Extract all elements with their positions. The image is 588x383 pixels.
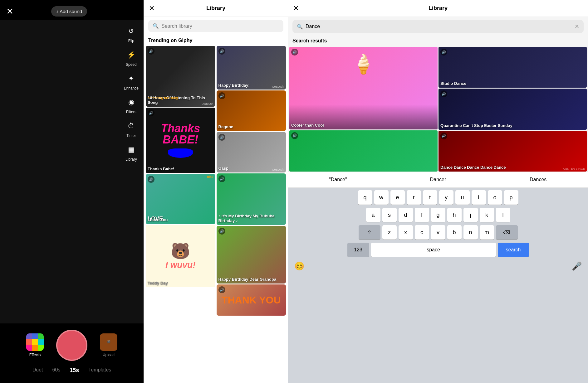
right-search-icon: 🔍 <box>297 24 303 30</box>
sound-icon-kids: 🔊 <box>291 132 298 139</box>
key-u[interactable]: u <box>455 190 470 205</box>
suggestion-dances[interactable]: Dances <box>488 176 588 184</box>
mic-button[interactable]: 🎤 <box>572 261 582 271</box>
right-toolbar: ↺ Flip ⚡ Speed ✦ Enhance ◉ Filters ⏱ Tim… <box>124 25 139 162</box>
key-p[interactable]: p <box>504 190 518 205</box>
key-l[interactable]: l <box>496 208 510 222</box>
right-search-input[interactable] <box>306 24 572 29</box>
toolbar-library[interactable]: ▦ Library <box>125 143 137 162</box>
upload-button[interactable]: 🎬 Upload <box>100 333 117 357</box>
gif-patrick[interactable]: 🔊 nick LOVE I Love You <box>146 174 215 224</box>
result-kids-dance[interactable]: 🔊 <box>289 130 438 172</box>
results-col-1: 🔊 Studio Dance 🔊 Quarantine Can't Stop E… <box>439 47 587 172</box>
suggestion-dancer[interactable]: Dancer <box>388 176 488 184</box>
gif-birthday[interactable]: 🔊 Happy Birthday! peacock <box>217 46 286 90</box>
gif-thankyou[interactable]: 🔊 THANK YOU <box>217 284 286 316</box>
capture-row: Effects 🎬 Upload <box>6 330 137 361</box>
clear-button[interactable]: ✕ <box>575 23 579 30</box>
tab-duet[interactable]: Duet <box>32 367 43 374</box>
key-d[interactable]: d <box>399 208 413 222</box>
toolbar-timer[interactable]: ⏱ Timer <box>125 120 137 138</box>
flip-icon: ↺ <box>125 25 137 37</box>
key-y[interactable]: y <box>439 190 453 205</box>
gif-southpark[interactable]: 🔊 ♪ It's My Birthday My Bububa Birthday … <box>217 173 286 225</box>
key-k[interactable]: k <box>480 208 494 222</box>
filters-icon: ◉ <box>125 96 137 109</box>
effects-button[interactable]: Effects <box>26 333 44 357</box>
toolbar-filters[interactable]: ◉ Filters <box>125 96 137 114</box>
key-s[interactable]: s <box>382 208 397 222</box>
right-search-bar[interactable]: 🔍 ✕ <box>292 20 584 33</box>
gif-begone[interactable]: 🔊 Begone <box>217 90 286 131</box>
sound-icon-studio: 🔊 <box>440 49 447 56</box>
key-f[interactable]: f <box>415 208 429 222</box>
key-g[interactable]: g <box>431 208 445 222</box>
key-123[interactable]: 123 <box>347 243 369 257</box>
result-dance-dance-label: Dance Dance Dance Dance Dance <box>440 165 506 170</box>
tab-60s[interactable]: 60s <box>52 367 61 374</box>
key-n[interactable]: n <box>463 225 478 240</box>
key-r[interactable]: r <box>407 190 421 205</box>
gif-teddy[interactable]: 🔊 🐻 I wuvu! Teddy Day <box>146 225 215 287</box>
key-z[interactable]: z <box>382 225 397 240</box>
search-icon: 🔍 <box>153 23 159 29</box>
gif-patrick-label: I Love You <box>148 217 168 222</box>
key-c[interactable]: c <box>415 225 429 240</box>
library-icon: ▦ <box>125 143 137 156</box>
peacock-badge-2: peacock <box>272 85 284 88</box>
result-dance-dance[interactable]: 🔊 Dance Dance Dance Dance Dance CENTER S… <box>439 131 587 172</box>
key-m[interactable]: m <box>480 225 494 240</box>
key-h[interactable]: h <box>447 208 462 222</box>
toolbar-speed[interactable]: ⚡ Speed <box>125 49 137 67</box>
toolbar-flip[interactable]: ↺ Flip <box>125 25 137 43</box>
result-studio[interactable]: 🔊 Studio Dance <box>439 47 587 88</box>
key-o[interactable]: o <box>488 190 502 205</box>
gif-gasp[interactable]: 🔊 Gasp peacock <box>217 132 286 172</box>
right-close-button[interactable]: ✕ <box>293 4 299 12</box>
close-button[interactable]: ✕ <box>6 6 13 17</box>
capture-button[interactable] <box>56 330 87 361</box>
keyboard-row-2: a s d f g h j k l <box>289 208 587 222</box>
gif-jojo[interactable]: 🔊 16 Hours Of Listening To This Song or … <box>146 46 215 107</box>
key-backspace[interactable]: ⌫ <box>496 225 518 240</box>
middle-search-bar[interactable]: 🔍 <box>148 20 283 32</box>
emoji-button[interactable]: 😊 <box>294 261 304 271</box>
tab-templates[interactable]: Templates <box>88 367 111 374</box>
key-e[interactable]: e <box>390 190 405 205</box>
right-panel: ✕ Library 🔍 ✕ Search results 🔊 Cooler th… <box>288 0 588 383</box>
key-q[interactable]: q <box>358 190 372 205</box>
key-j[interactable]: j <box>463 208 478 222</box>
gif-thanks-label: Thanks Babe! <box>148 167 174 171</box>
result-quarantine[interactable]: 🔊 Quarantine Can't Stop Easter Sunday <box>439 89 587 129</box>
key-t[interactable]: t <box>423 190 437 205</box>
key-space[interactable]: space <box>371 243 496 257</box>
toolbar-enhance[interactable]: ✦ Enhance <box>124 72 139 90</box>
sound-icon-dance2: 🔊 <box>440 133 447 139</box>
key-search[interactable]: search <box>498 243 529 257</box>
key-w[interactable]: w <box>374 190 389 205</box>
key-x[interactable]: x <box>399 225 413 240</box>
middle-close-button[interactable]: ✕ <box>149 4 154 12</box>
key-shift[interactable]: ⇧ <box>359 225 380 240</box>
tab-15s[interactable]: 15s <box>70 367 79 374</box>
gif-bday-grandpa[interactable]: 🔊 Happy Birthday Dear Grandpa <box>217 226 286 284</box>
duration-tabs: Duet 60s 15s Templates <box>32 367 111 374</box>
gif-bday-grandpa-label: Happy Birthday Dear Grandpa <box>218 277 277 282</box>
key-b[interactable]: b <box>447 225 462 240</box>
right-library-header: ✕ Library <box>288 0 588 17</box>
gif-thanks[interactable]: 🔊 ThanksBABE! Thanks Babe! <box>146 108 215 173</box>
keyboard-row-1: q w e r t y u i o p <box>289 190 587 205</box>
add-sound-button[interactable]: ♪ Add sound <box>51 6 87 17</box>
speed-icon: ⚡ <box>125 49 137 61</box>
suggestion-dance-quoted[interactable]: "Dance" <box>288 176 388 184</box>
result-cooler[interactable]: 🔊 Cooler than Cool 🍦 <box>289 47 438 129</box>
middle-panel: ✕ Library 🔍 Trending on Giphy 🔊 16 Hours… <box>144 0 288 383</box>
middle-search-input[interactable] <box>161 23 279 29</box>
key-v[interactable]: v <box>431 225 445 240</box>
filters-label: Filters <box>126 110 136 114</box>
key-a[interactable]: a <box>366 208 380 222</box>
key-i[interactable]: i <box>472 190 486 205</box>
middle-library-title: Library <box>206 5 225 12</box>
gif-col-1: 🔊 Happy Birthday! peacock 🔊 Begone 🔊 Gas… <box>216 46 287 383</box>
sound-icon-birthday: 🔊 <box>218 48 225 55</box>
